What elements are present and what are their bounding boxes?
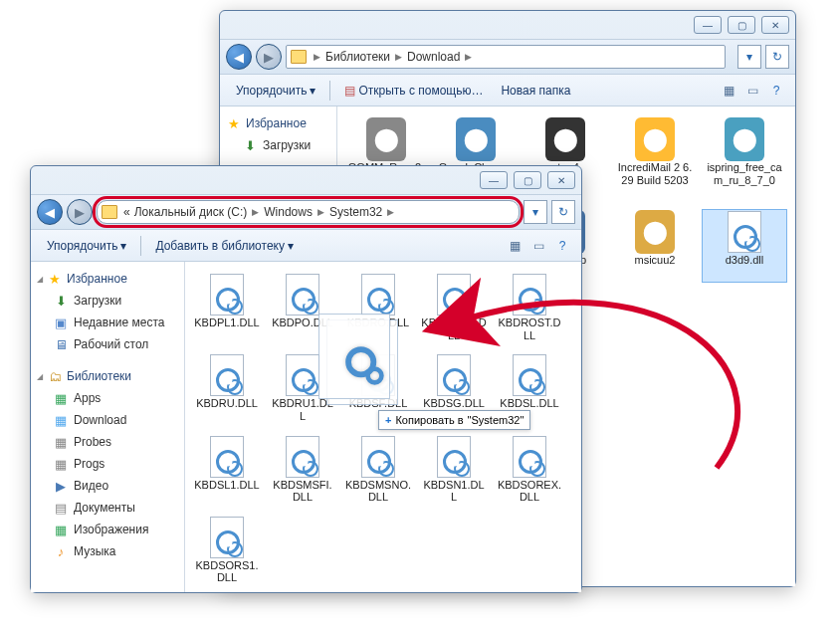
breadcrumb[interactable]: Библиотеки [323,50,392,64]
add-library-menu[interactable]: Добавить в библиотеку▾ [147,235,302,257]
breadcrumb[interactable]: System32 [327,205,384,219]
file-item[interactable]: KBDSG.DLL [418,352,490,425]
maximize-button[interactable]: ▢ [728,16,755,34]
file-item[interactable]: KBDSN1.DLL [418,434,490,507]
sidebar-item-music[interactable]: ♪Музыка [33,540,182,562]
dll-icon [510,275,549,315]
organize-menu[interactable]: Упорядочить▾ [228,80,323,102]
preview-button[interactable]: ▭ [741,80,763,102]
back-button[interactable]: ◀ [226,44,252,70]
file-item[interactable]: KBDSMSFI.DLL [267,434,338,507]
dll-icon [283,437,322,477]
sidebar-item-progs[interactable]: ▦Progs [33,453,182,475]
file-item[interactable]: ⬤ispring_free_cam_ru_8_7_0 [702,116,787,201]
maximize-button[interactable]: ▢ [514,171,541,189]
label: Избранное [246,116,307,130]
label: Упорядочить [47,239,117,253]
dll-icon [434,275,474,315]
star-icon: ★ [47,271,63,287]
open-with-menu[interactable]: ▤Открыть с помощью… [336,80,491,102]
view-button[interactable]: ▦ [504,235,525,257]
refresh-button[interactable]: ▾ [737,45,761,69]
sidebar-item-download[interactable]: ▦Download [33,409,182,431]
file-item[interactable]: KBDRO.DLL [342,272,414,344]
dll-icon [510,437,549,477]
refresh-button[interactable]: ↻ [765,45,789,69]
file-item[interactable]: KBDSF.DLL [342,352,414,425]
forward-button[interactable]: ▶ [256,44,282,70]
file-item[interactable]: KBDSMSNO.DLL [342,434,414,507]
file-item[interactable]: ⬤IncrediMail 2 6.29 Build 5203 [612,116,698,201]
separator [140,236,141,256]
refresh-button[interactable]: ↻ [551,200,575,224]
sidebar-favorites[interactable]: ◢★Избранное [33,268,182,290]
file-item[interactable]: KBDPL1.DLL [191,272,263,344]
breadcrumb[interactable]: Windows [262,205,315,219]
sidebar-item-images[interactable]: ▦Изображения [33,519,182,540]
file-item[interactable]: KBDRU1.DLL [267,352,338,425]
file-item[interactable]: d3d9.dll [702,209,787,282]
address-bar[interactable]: « Локальный диск (C:) ▶ Windows ▶ System… [97,200,520,224]
sidebar-item-recent[interactable]: ▣Недавние места [33,312,182,333]
star-icon: ★ [226,115,242,131]
chevron-icon: ▶ [462,52,475,62]
address-bar[interactable]: ▶ Библиотеки ▶ Download ▶ [286,45,726,69]
breadcrumb[interactable]: Download [405,50,462,64]
new-folder-button[interactable]: Новая папка [493,80,578,102]
help-button[interactable]: ? [551,235,573,257]
file-label: KBDSMSNO.DLL [345,479,411,504]
close-button[interactable]: ✕ [761,16,789,34]
file-item[interactable]: KBDSL.DLL [494,352,565,425]
sidebar-item-probes[interactable]: ▦Probes [33,431,182,453]
label: Недавние места [74,316,164,329]
download-icon: ▦ [53,412,69,428]
sidebar-item-documents[interactable]: ▤Документы [33,497,182,519]
folder-icon: ▦ [53,434,69,450]
label: Download [74,413,126,427]
toolbar: Упорядочить▾ ▤Открыть с помощью… Новая п… [220,75,795,106]
dropdown-button[interactable]: ▾ [524,200,547,224]
help-button[interactable]: ? [765,80,787,102]
sidebar-item-downloads[interactable]: ⬇Загрузки [33,290,182,312]
label: Документы [74,501,135,515]
preview-button[interactable]: ▭ [527,235,549,257]
file-label: msicuu2 [635,254,676,267]
toolbar: Упорядочить▾ Добавить в библиотеку▾ ▦ ▭ … [31,230,581,262]
file-label: IncrediMail 2 6.29 Build 5203 [615,161,695,186]
file-item[interactable]: KBDROPR.DLL [418,272,490,344]
sidebar-item-video[interactable]: ▶Видео [33,475,182,497]
file-label: KBDSG.DLL [423,397,485,410]
sidebar-libraries[interactable]: ◢🗂Библиотеки [33,365,182,387]
sidebar-item-desktop[interactable]: 🖥Рабочий стол [33,333,182,355]
chevron-down-icon: ▾ [288,239,294,253]
chevron-icon: ▶ [249,207,262,217]
minimize-button[interactable]: — [480,171,508,189]
sidebar-item-apps[interactable]: ▦Apps [33,387,182,409]
dll-icon [283,355,322,395]
view-button[interactable]: ▦ [718,80,739,102]
breadcrumb[interactable]: Локальный диск (C:) [132,205,250,219]
file-item[interactable]: KBDSORS1.DLL [191,515,263,587]
file-item[interactable]: KBDROST.DLL [494,272,565,344]
sidebar-item[interactable]: ⬇Загрузки [222,134,334,156]
file-item[interactable]: ⬤msicuu2 [612,209,698,282]
file-label: KBDROST.DLL [497,317,562,341]
file-item[interactable]: KBDSL1.DLL [191,434,263,507]
chevron-down-icon: ▾ [120,239,126,253]
dll-icon [434,355,474,395]
breadcrumb-prefix: « [121,205,132,219]
download-icon: ⬇ [53,293,69,309]
sidebar-favorites[interactable]: ★Избранное [222,112,334,134]
close-button[interactable]: ✕ [547,171,575,189]
sidebar: ◢★Избранное ⬇Загрузки ▣Недавние места 🖥Р… [31,262,185,592]
minimize-button[interactable]: — [694,16,722,34]
file-item[interactable]: KBDRU.DLL [191,352,263,425]
back-button[interactable]: ◀ [37,199,63,225]
file-item[interactable]: KBDPO.DLL [267,272,338,344]
organize-menu[interactable]: Упорядочить▾ [39,235,134,257]
label: Видео [74,479,108,493]
forward-button[interactable]: ▶ [67,199,93,225]
dll-icon [510,355,549,395]
file-grid[interactable]: KBDPL1.DLLKBDPO.DLLKBDRO.DLLKBDROPR.DLLK… [185,262,581,592]
file-item[interactable]: KBDSOREX.DLL [494,434,565,507]
